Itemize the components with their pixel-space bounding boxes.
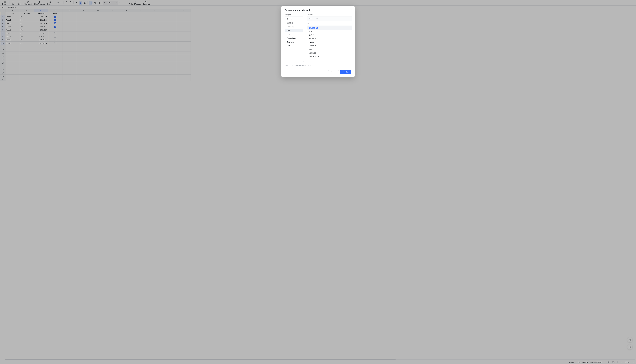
type-item[interactable]: Mar-12	[307, 48, 352, 51]
category-item[interactable]: Time	[285, 32, 303, 36]
category-item[interactable]: Currency	[285, 25, 303, 28]
type-item[interactable]: 3/4/12	[307, 33, 352, 37]
format-numbers-modal: Format numbers in cells Category General…	[281, 6, 355, 77]
type-item[interactable]: March 14,2012	[307, 55, 352, 58]
type-item[interactable]: 03/14/12	[307, 37, 352, 40]
close-icon	[350, 8, 352, 10]
close-button[interactable]	[349, 8, 353, 11]
example-label: Example	[307, 14, 352, 16]
example-output: 2021-09-29	[307, 16, 352, 21]
modal-title: Format numbers in cells	[285, 9, 351, 12]
helper-text: Date formats display values as date.	[285, 64, 351, 66]
category-label: Category	[285, 14, 304, 16]
type-item[interactable]: 2012-03-14	[307, 26, 352, 30]
type-item[interactable]: 14-Mar	[307, 40, 352, 44]
category-item[interactable]: General	[285, 17, 303, 21]
type-listbox[interactable]: 2012-03-143/143/4/1203/14/1214-Mar14-Mar…	[307, 26, 352, 60]
type-label: Type	[307, 23, 352, 25]
confirm-button[interactable]: Confirm	[340, 70, 351, 74]
category-item[interactable]: Number	[285, 21, 303, 25]
category-listbox[interactable]: GeneralNumberCurrencyDateTimePercentageS…	[285, 16, 304, 62]
category-item[interactable]: Percentage	[285, 36, 303, 40]
type-item[interactable]: 3/14	[307, 30, 352, 33]
category-item[interactable]: Scientific	[285, 40, 303, 44]
category-item[interactable]: Text	[285, 44, 303, 48]
type-item[interactable]: 14-Mar-12	[307, 44, 352, 48]
category-item[interactable]: Date	[285, 28, 303, 32]
type-item[interactable]: March-12	[307, 51, 352, 55]
cancel-button[interactable]: Cancel	[328, 70, 339, 74]
